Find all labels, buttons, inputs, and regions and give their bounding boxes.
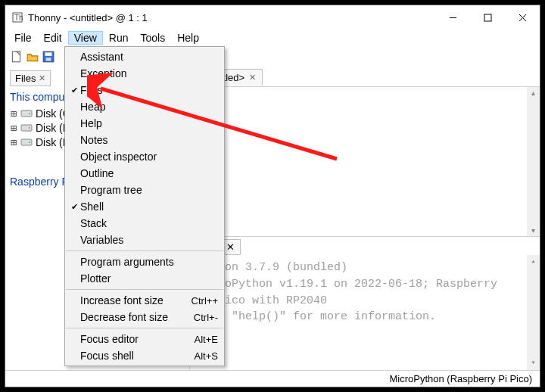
maximize-button[interactable] <box>470 6 505 29</box>
menu-item-label: Object inspector <box>80 151 218 163</box>
menu-item-increase-font-size[interactable]: Increase font sizeCtrl++ <box>65 292 224 309</box>
scroll-down-icon[interactable]: ▾ <box>531 358 535 369</box>
menu-item-label: Program arguments <box>80 256 218 268</box>
menu-item-label: Notes <box>80 134 218 146</box>
menu-help[interactable]: Help <box>171 31 205 45</box>
drive-icon <box>20 109 33 118</box>
shell-prompt[interactable]: >>> <box>198 325 532 342</box>
svg-rect-9 <box>45 52 52 56</box>
close-icon[interactable]: ✕ <box>39 73 45 83</box>
check-icon: ✔ <box>68 86 80 95</box>
svg-point-16 <box>29 142 30 143</box>
window-title: Thonny - <untitled> @ 1 : 1 <box>28 12 148 23</box>
files-panel-tab-label: Files <box>15 73 36 84</box>
open-file-icon[interactable] <box>26 50 39 64</box>
svg-point-14 <box>29 127 30 129</box>
menu-run[interactable]: Run <box>103 31 135 45</box>
menu-item-stack[interactable]: Stack <box>65 215 224 232</box>
menu-item-program-tree[interactable]: Program tree <box>65 182 224 198</box>
menu-item-focus-editor[interactable]: Focus editorAlt+E <box>65 331 224 347</box>
expand-icon[interactable]: ⊞ <box>10 122 17 134</box>
menu-item-label: Plotter <box>80 272 218 285</box>
svg-rect-3 <box>484 14 491 21</box>
menu-separator <box>66 289 223 290</box>
menu-item-label: Exception <box>80 67 218 79</box>
menu-item-help[interactable]: Help <box>65 115 224 132</box>
new-file-icon[interactable] <box>10 50 23 64</box>
menu-item-assistant[interactable]: Assistant <box>65 48 224 65</box>
statusbar: MicroPython (Raspberry Pi Pico) <box>5 370 540 387</box>
expand-icon[interactable]: ⊞ <box>10 107 17 120</box>
files-panel-tab[interactable]: Files ✕ <box>10 70 51 86</box>
menu-item-variables[interactable]: Variables <box>65 232 224 248</box>
menu-separator <box>66 328 223 328</box>
view-menu-dropdown: AssistantException✔FilesHeapHelpNotesObj… <box>64 46 225 366</box>
save-file-icon[interactable] <box>42 50 55 64</box>
svg-rect-10 <box>46 58 51 61</box>
menu-item-label: Variables <box>80 234 218 246</box>
minimize-button[interactable] <box>435 6 470 29</box>
menu-item-accel: Ctrl++ <box>192 295 218 306</box>
code-editor[interactable]: ▴ ▾ <box>190 87 540 237</box>
close-icon[interactable]: ✕ <box>249 73 256 82</box>
menu-view[interactable]: View <box>68 31 103 45</box>
menu-item-label: Stack <box>80 217 218 229</box>
drive-icon <box>20 138 33 147</box>
close-button[interactable] <box>505 6 540 29</box>
expand-icon[interactable]: ⊞ <box>10 136 17 148</box>
scrollbar-vertical[interactable]: ▴ ▾ <box>527 87 540 236</box>
menu-item-heap[interactable]: Heap <box>65 98 224 115</box>
shell-line: MicroPython v1.19.1 on 2022-06-18; Raspb… <box>198 276 532 293</box>
menu-item-accel: Alt+S <box>195 350 218 362</box>
app-icon: Th <box>11 11 23 23</box>
scrollbar-vertical[interactable]: ▴ ▾ <box>527 255 540 370</box>
menu-item-label: Increase font size <box>80 294 192 306</box>
titlebar: Th Thonny - <untitled> @ 1 : 1 <box>5 5 540 30</box>
scroll-up-icon[interactable]: ▴ <box>531 257 535 268</box>
menu-item-object-inspector[interactable]: Object inspector <box>65 148 224 165</box>
menu-item-label: Decrease font size <box>80 311 194 323</box>
menu-item-label: Outline <box>80 167 218 179</box>
menu-item-label: Shell <box>80 201 218 213</box>
menu-item-decrease-font-size[interactable]: Decrease font sizeCtrl+- <box>65 309 224 325</box>
editor-area: <untitled> ✕ ▴ ▾ Shell ✕ Python 3.7.9 (b… <box>190 67 540 370</box>
svg-point-12 <box>29 113 30 114</box>
shell-panel: Shell ✕ Python 3.7.9 (bundled) MicroPyth… <box>190 237 540 370</box>
menu-item-plotter[interactable]: Plotter <box>65 270 224 287</box>
drive-icon <box>20 123 33 132</box>
menubar: File Edit View Run Tools Help <box>5 30 540 46</box>
shell-line: Pi Pico with RP2040 <box>198 293 532 310</box>
menu-item-program-arguments[interactable]: Program arguments <box>65 254 224 270</box>
menu-item-label: Help <box>80 117 218 129</box>
shell-line: Type "help()" for more information. <box>198 309 532 325</box>
shell-output[interactable]: Python 3.7.9 (bundled) MicroPython v1.19… <box>190 255 540 370</box>
menu-item-label: Heap <box>80 101 218 113</box>
scroll-down-icon[interactable]: ▾ <box>531 226 535 235</box>
shell-line: Python 3.7.9 (bundled) <box>198 260 532 276</box>
check-icon: ✔ <box>68 202 80 212</box>
menu-item-label: Focus shell <box>80 350 195 362</box>
menu-item-accel: Ctrl+- <box>194 312 218 323</box>
menu-file[interactable]: File <box>8 31 38 45</box>
menu-tools[interactable]: Tools <box>134 31 171 45</box>
editor-tabs: <untitled> ✕ <box>190 67 540 87</box>
menu-item-label: Focus editor <box>80 333 195 345</box>
interpreter-label[interactable]: MicroPython (Raspberry Pi Pico) <box>389 373 532 384</box>
app-window: Th Thonny - <untitled> @ 1 : 1 File Edit… <box>5 5 540 387</box>
menu-item-exception[interactable]: Exception <box>65 65 224 82</box>
close-icon[interactable]: ✕ <box>226 241 235 253</box>
menu-item-focus-shell[interactable]: Focus shellAlt+S <box>65 347 224 364</box>
menu-item-label: Assistant <box>80 51 218 63</box>
menu-item-label: Program tree <box>80 184 218 196</box>
menu-item-files[interactable]: ✔Files <box>65 82 224 98</box>
menu-item-accel: Alt+E <box>195 334 218 345</box>
menu-edit[interactable]: Edit <box>38 31 68 45</box>
menu-item-notes[interactable]: Notes <box>65 132 224 148</box>
scroll-up-icon[interactable]: ▴ <box>531 89 535 97</box>
menu-item-shell[interactable]: ✔Shell <box>65 198 224 215</box>
menu-item-outline[interactable]: Outline <box>65 165 224 182</box>
svg-text:Th: Th <box>14 14 23 22</box>
menu-separator <box>66 250 223 251</box>
menu-item-label: Files <box>80 84 218 96</box>
